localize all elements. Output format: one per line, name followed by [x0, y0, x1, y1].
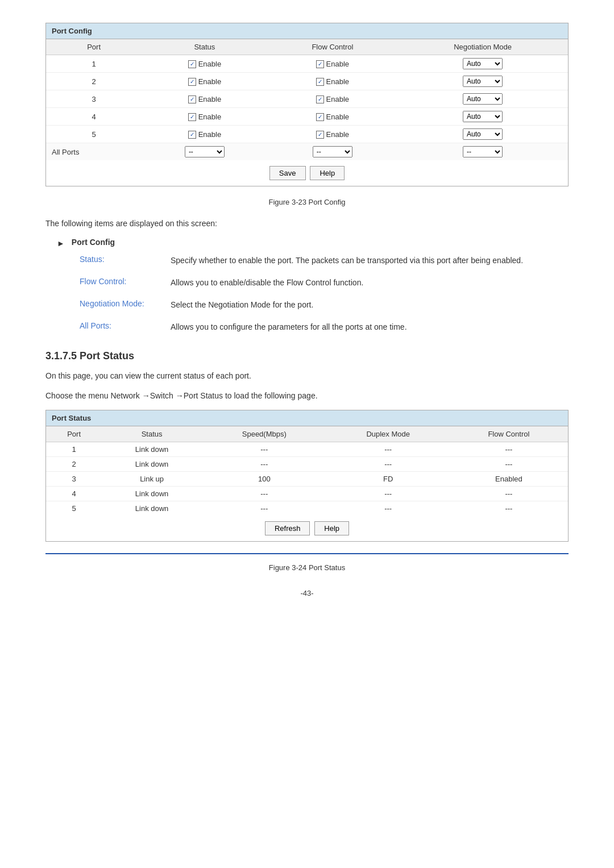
port-status-header: Port Status [46, 410, 568, 426]
status-cell[interactable]: ✓ Enable [142, 126, 267, 143]
status-cell[interactable]: ✓ Enable [142, 108, 267, 126]
status-checkbox[interactable]: ✓ [188, 60, 196, 68]
flow-checkbox-label[interactable]: ✓ Enable [316, 130, 349, 139]
neg-mode-cell[interactable]: Auto 10MH 10MF 100MH 100MF [397, 126, 568, 143]
flow-checkbox-label[interactable]: ✓ Enable [316, 95, 349, 103]
all-ports-label: All Ports [46, 143, 142, 161]
flow-checkbox-label[interactable]: ✓ Enable [316, 60, 349, 68]
field-descriptions: Status: Specify whether to enable the po… [80, 255, 569, 333]
duplex-mode: --- [327, 457, 450, 472]
all-ports-neg[interactable]: -- Auto 10MH [397, 143, 568, 161]
status-checkbox-label[interactable]: ✓ Enable [188, 77, 221, 86]
field-value: Allows you to configure the parameters f… [171, 321, 569, 333]
status-checkbox[interactable]: ✓ [188, 131, 196, 139]
speed: --- [202, 501, 327, 516]
flow-cell[interactable]: ✓ Enable [268, 108, 398, 126]
col-flow-control: Flow Control [450, 426, 568, 442]
flow-cell[interactable]: ✓ Enable [268, 126, 398, 143]
status-checkbox-label[interactable]: ✓ Enable [188, 130, 221, 139]
status-checkbox-label[interactable]: ✓ Enable [188, 60, 221, 68]
field-row: Flow Control: Allows you to enable/disab… [80, 277, 569, 289]
neg-mode-cell[interactable]: Auto 10MH 10MF 100MH 100MF [397, 90, 568, 108]
refresh-button[interactable]: Refresh [265, 521, 310, 535]
neg-mode-cell[interactable]: Auto 10MH 10MF 100MH 100MF [397, 55, 568, 73]
neg-mode-select[interactable]: Auto 10MH 10MF 100MH 100MF [463, 128, 503, 140]
col-port: Port [46, 39, 142, 55]
link-status: Link down [102, 487, 202, 501]
status-cell[interactable]: ✓ Enable [142, 55, 267, 73]
status-checkbox[interactable]: ✓ [188, 113, 196, 121]
flow-checkbox[interactable]: ✓ [316, 113, 324, 121]
port-num: 3 [46, 472, 102, 487]
col-port: Port [46, 426, 102, 442]
help-button[interactable]: Help [310, 166, 345, 180]
table-row: 3 Link up 100 FD Enabled [46, 472, 568, 487]
port-num: 5 [46, 126, 142, 143]
port-status-table: Port Status Port Status Speed(Mbps) Dupl… [45, 410, 569, 542]
status-cell[interactable]: ✓ Enable [142, 73, 267, 90]
neg-mode-cell[interactable]: Auto 10MH 10MF 100MH 100MF [397, 108, 568, 126]
all-ports-flow-select[interactable]: -- Enable Disable [313, 146, 352, 157]
flow-label: Enable [326, 130, 349, 139]
port-config-button-row: Save Help [46, 160, 568, 186]
port-num: 1 [46, 55, 142, 73]
link-status: Link down [102, 457, 202, 472]
port-config-section-label: Port Config [72, 238, 115, 247]
help-button-status[interactable]: Help [314, 521, 349, 535]
duplex-mode: --- [327, 442, 450, 457]
col-flow-control: Flow Control [268, 39, 398, 55]
field-value: Specify whether to enable the port. The … [171, 255, 569, 267]
status-checkbox[interactable]: ✓ [188, 78, 196, 86]
speed: --- [202, 442, 327, 457]
flow-control: --- [450, 457, 568, 472]
table-row: 3 ✓ Enable ✓ Enable Auto 10MH 10MF 100MH [46, 90, 568, 108]
all-ports-flow[interactable]: -- Enable Disable [268, 143, 398, 161]
field-label: All Ports: [80, 321, 171, 330]
all-ports-status-select[interactable]: -- Enable Disable [185, 146, 225, 157]
flow-checkbox-label[interactable]: ✓ Enable [316, 113, 349, 121]
status-label: Enable [198, 77, 221, 86]
flow-control: --- [450, 487, 568, 501]
neg-mode-cell[interactable]: Auto 10MH 10MF 100MH 100MF [397, 73, 568, 90]
flow-checkbox[interactable]: ✓ [316, 131, 324, 139]
page-number: -43- [45, 589, 569, 597]
status-checkbox-label[interactable]: ✓ Enable [188, 95, 221, 103]
table-row: 4 ✓ Enable ✓ Enable Auto 10MH 10MF 100MH [46, 108, 568, 126]
section-divider [45, 553, 569, 554]
status-cell[interactable]: ✓ Enable [142, 90, 267, 108]
port-config-data-table: Port Status Flow Control Negotiation Mod… [46, 39, 568, 160]
status-checkbox-label[interactable]: ✓ Enable [188, 113, 221, 121]
status-checkbox[interactable]: ✓ [188, 95, 196, 103]
flow-checkbox-label[interactable]: ✓ Enable [316, 77, 349, 86]
port-num: 3 [46, 90, 142, 108]
flow-cell[interactable]: ✓ Enable [268, 55, 398, 73]
all-ports-row: All Ports -- Enable Disable -- Enable Di… [46, 143, 568, 161]
field-row: Negotiation Mode: Select the Negotiation… [80, 299, 569, 311]
speed: --- [202, 457, 327, 472]
neg-mode-select[interactable]: Auto 10MH 10MF 100MH 100MF [463, 58, 503, 69]
field-label: Status: [80, 255, 171, 264]
flow-cell[interactable]: ✓ Enable [268, 90, 398, 108]
all-ports-neg-select[interactable]: -- Auto 10MH [463, 146, 503, 157]
port-config-section-arrow: ► Port Config [57, 238, 569, 248]
status-label: Enable [198, 130, 221, 139]
status-label: Enable [198, 60, 221, 68]
flow-checkbox[interactable]: ✓ [316, 95, 324, 103]
port-config-table: Port Config Port Status Flow Control Neg… [45, 23, 569, 186]
table-row: 5 Link down --- --- --- [46, 501, 568, 516]
all-ports-status[interactable]: -- Enable Disable [142, 143, 267, 161]
port-config-col-headers: Port Status Flow Control Negotiation Mod… [46, 39, 568, 55]
port-num: 2 [46, 457, 102, 472]
figure-23-caption: Figure 3-23 Port Config [45, 198, 569, 206]
flow-label: Enable [326, 77, 349, 86]
speed: 100 [202, 472, 327, 487]
save-button[interactable]: Save [269, 166, 306, 180]
table-row: 1 ✓ Enable ✓ Enable Auto 10MH 10MF 100MH [46, 55, 568, 73]
flow-checkbox[interactable]: ✓ [316, 60, 324, 68]
neg-mode-select[interactable]: Auto 10MH 10MF 100MH 100MF [463, 76, 503, 87]
flow-checkbox[interactable]: ✓ [316, 78, 324, 86]
field-row: All Ports: Allows you to configure the p… [80, 321, 569, 333]
neg-mode-select[interactable]: Auto 10MH 10MF 100MH 100MF [463, 93, 503, 105]
flow-cell[interactable]: ✓ Enable [268, 73, 398, 90]
neg-mode-select[interactable]: Auto 10MH 10MF 100MH 100MF [463, 111, 503, 122]
